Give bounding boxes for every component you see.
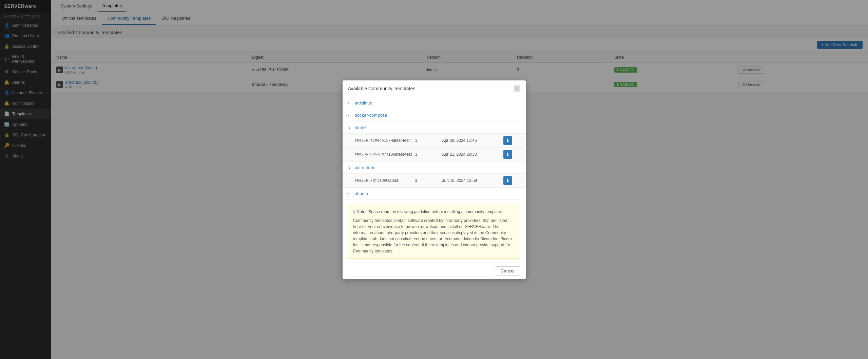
version-revision: 3: [415, 178, 442, 183]
version-digest: sha256:89526d71: [355, 152, 388, 156]
chevron-down-icon: ∨: [348, 125, 352, 130]
note-title: ℹ Note: Please read the following guidel…: [353, 208, 515, 215]
modal-footer: Cancel: [343, 263, 526, 279]
version-revision: 1: [415, 138, 442, 143]
install-button[interactable]: ⬇: [503, 150, 512, 159]
template-name-ubuntu[interactable]: ubuntu: [355, 191, 368, 196]
version-digest: sha256:f20adb15: [355, 138, 388, 143]
info-icon: ℹ: [353, 208, 355, 215]
version-tag: latest: [388, 178, 415, 183]
cancel-button[interactable]: Cancel: [495, 266, 520, 276]
modal-template-header-artixlinux[interactable]: › artixlinux: [343, 97, 526, 109]
template-name-docker-compose[interactable]: docker-compose: [355, 113, 387, 118]
template-name-artixlinux[interactable]: artixlinux: [355, 100, 372, 106]
modal-template-header-docker-compose[interactable]: › docker-compose: [343, 109, 526, 121]
version-date: Apr 21, 2024 20:38: [442, 152, 503, 157]
note-title-text: Note: Please read the following guidelin…: [357, 209, 502, 215]
modal-template-homer: ∨ homer sha256:f20adb15 7-latest-test 1 …: [343, 121, 526, 162]
chevron-down-icon: ∨: [348, 165, 352, 170]
modal-overlay: Available Community Templates ✕ › artixl…: [0, 0, 868, 359]
version-tag: 7-latest-test: [388, 138, 415, 143]
template-name-homer[interactable]: homer: [355, 125, 367, 130]
note-box: ℹ Note: Please read the following guidel…: [348, 204, 520, 259]
homer-versions: sha256:f20adb15 7-latest-test 1 Apr 30, …: [343, 133, 526, 161]
version-digest: sha256:7df31860: [355, 178, 388, 183]
install-button[interactable]: ⬇: [503, 176, 512, 185]
modal-template-header-homer[interactable]: ∨ homer: [343, 121, 526, 133]
version-tag: 10-latest-test: [388, 152, 415, 157]
modal-template-docker-compose: › docker-compose: [343, 109, 526, 121]
modal-template-header-ubuntu[interactable]: › ubuntu: [343, 188, 526, 200]
chevron-right-icon: ›: [348, 101, 352, 105]
chevron-right-icon: ›: [348, 113, 352, 117]
modal-close-button[interactable]: ✕: [514, 85, 520, 92]
template-version-row: sha256:f20adb15 7-latest-test 1 Apr 30, …: [343, 134, 526, 148]
version-date: Apr 30, 2024 11:46: [442, 138, 503, 143]
modal-template-header-oci-runner[interactable]: ∨ oci-runner: [343, 162, 526, 173]
modal-template-artixlinux: › artixlinux: [343, 97, 526, 109]
note-body-text: Community templates contain software cre…: [353, 218, 515, 254]
chevron-right-icon: ›: [348, 191, 352, 195]
template-name-oci-runner[interactable]: oci-runner: [355, 165, 375, 170]
modal-body: › artixlinux › docker-compose ∨ homer: [343, 97, 526, 263]
version-revision: 1: [415, 152, 442, 157]
install-button[interactable]: ⬇: [503, 136, 512, 145]
modal-template-ubuntu: › ubuntu: [343, 188, 526, 200]
modal-template-oci-runner: ∨ oci-runner sha256:7df31860 latest 3 Ju…: [343, 162, 526, 188]
modal-header: Available Community Templates ✕: [343, 80, 526, 97]
modal-title: Available Community Templates: [348, 86, 416, 91]
oci-runner-versions: sha256:7df31860 latest 3 Jun 10, 2024 12…: [343, 173, 526, 187]
template-version-row: sha256:7df31860 latest 3 Jun 10, 2024 12…: [343, 174, 526, 187]
version-date: Jun 10, 2024 12:59: [442, 178, 503, 183]
template-version-row: sha256:89526d71 10-latest-test 1 Apr 21,…: [343, 148, 526, 161]
modal-available-templates: Available Community Templates ✕ › artixl…: [343, 80, 526, 279]
